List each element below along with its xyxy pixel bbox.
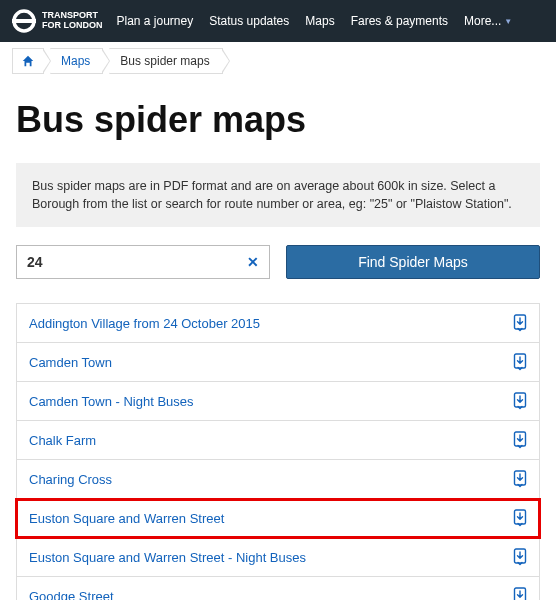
download-icon: [513, 548, 527, 566]
nav-maps[interactable]: Maps: [305, 14, 334, 28]
download-icon: [513, 509, 527, 527]
search-input[interactable]: [17, 246, 269, 278]
tfl-logo[interactable]: TRANSPORTFOR LONDON: [12, 9, 103, 33]
more-label: More...: [464, 14, 501, 28]
nav-plan-a-journey[interactable]: Plan a journey: [117, 14, 194, 28]
result-item[interactable]: Addington Village from 24 October 2015: [16, 304, 540, 343]
breadcrumb: Maps Bus spider maps: [0, 42, 556, 81]
result-item[interactable]: Goodge Street: [16, 577, 540, 600]
intro-text: Bus spider maps are in PDF format and ar…: [16, 163, 540, 227]
result-label: Addington Village from 24 October 2015: [29, 316, 260, 331]
top-nav: TRANSPORTFOR LONDON Plan a journeyStatus…: [0, 0, 556, 42]
download-icon: [513, 392, 527, 410]
download-icon: [513, 470, 527, 488]
results-list: Addington Village from 24 October 2015Ca…: [16, 303, 540, 600]
download-icon: [513, 431, 527, 449]
breadcrumb-home[interactable]: [12, 48, 44, 74]
svg-rect-1: [12, 19, 36, 23]
nav-status-updates[interactable]: Status updates: [209, 14, 289, 28]
result-label: Chalk Farm: [29, 433, 96, 448]
result-label: Euston Square and Warren Street: [29, 511, 224, 526]
download-icon: [513, 353, 527, 371]
breadcrumb-current: Bus spider maps: [109, 48, 222, 74]
download-icon: [513, 314, 527, 332]
breadcrumb-maps[interactable]: Maps: [50, 48, 103, 74]
nav-fares-payments[interactable]: Fares & payments: [351, 14, 448, 28]
find-button[interactable]: Find Spider Maps: [286, 245, 540, 279]
result-label: Camden Town - Night Buses: [29, 394, 194, 409]
page-title: Bus spider maps: [16, 99, 540, 141]
search-box: ✕: [16, 245, 270, 279]
result-label: Euston Square and Warren Street - Night …: [29, 550, 306, 565]
result-label: Goodge Street: [29, 589, 114, 600]
home-icon: [21, 54, 35, 68]
result-label: Charing Cross: [29, 472, 112, 487]
result-item[interactable]: Charing Cross: [16, 460, 540, 499]
logo-text: TRANSPORTFOR LONDON: [42, 11, 103, 31]
result-item[interactable]: Chalk Farm: [16, 421, 540, 460]
main-nav: Plan a journeyStatus updatesMapsFares & …: [117, 14, 513, 28]
download-icon: [513, 587, 527, 600]
clear-icon[interactable]: ✕: [247, 254, 259, 270]
result-label: Camden Town: [29, 355, 112, 370]
chevron-down-icon: ▼: [504, 17, 512, 26]
result-item[interactable]: Euston Square and Warren Street - Night …: [16, 538, 540, 577]
nav-more[interactable]: More...▼: [464, 14, 512, 28]
search-row: ✕ Find Spider Maps: [16, 245, 540, 279]
result-item[interactable]: Camden Town: [16, 343, 540, 382]
roundel-icon: [12, 9, 36, 33]
result-item[interactable]: Camden Town - Night Buses: [16, 382, 540, 421]
result-item[interactable]: Euston Square and Warren Street: [16, 499, 540, 538]
